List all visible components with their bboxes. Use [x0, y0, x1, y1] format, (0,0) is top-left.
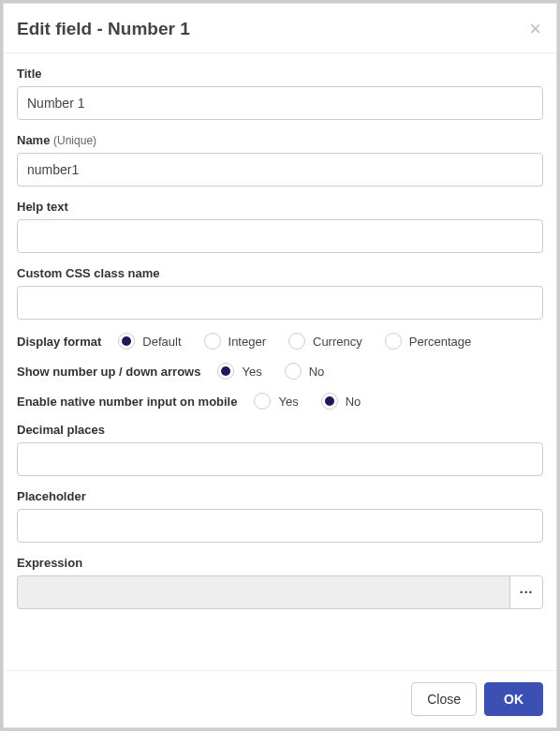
css-label: Custom CSS class name: [17, 266, 543, 280]
display-format-option-integer[interactable]: Integer: [204, 333, 266, 350]
radio-label: Currency: [313, 335, 362, 349]
ok-button[interactable]: OK: [484, 682, 543, 716]
decimal-label: Decimal places: [17, 423, 543, 437]
radio-icon: [217, 363, 234, 380]
close-icon[interactable]: ×: [527, 19, 543, 39]
radio-label: Integer: [228, 335, 266, 349]
field-css-class: Custom CSS class name: [17, 266, 543, 320]
field-native: Enable native number input on mobile Yes…: [17, 393, 543, 410]
radio-icon: [285, 363, 302, 380]
name-sublabel: (Unique): [53, 134, 96, 147]
arrows-label: Show number up / down arrows: [17, 365, 200, 379]
radio-label: Yes: [242, 365, 261, 379]
radio-label: No: [346, 395, 361, 409]
radio-icon: [385, 333, 402, 350]
name-input[interactable]: [17, 153, 543, 186]
display-format-option-default[interactable]: Default: [118, 333, 181, 350]
expression-input[interactable]: [17, 575, 509, 609]
placeholder-input[interactable]: [17, 509, 543, 543]
native-label: Enable native number input on mobile: [17, 395, 237, 409]
radio-icon: [204, 333, 221, 350]
radio-icon: [321, 393, 338, 410]
help-label: Help text: [17, 200, 543, 214]
edit-field-modal: Edit field - Number 1 × Title Name (Uniq…: [3, 3, 557, 728]
modal-header: Edit field - Number 1 ×: [4, 4, 556, 53]
placeholder-label: Placeholder: [17, 489, 543, 503]
expression-label: Expression: [17, 556, 543, 570]
field-title: Title: [17, 67, 543, 120]
radio-label: No: [309, 365, 325, 379]
modal-body: Title Name (Unique) Help text Custom CSS…: [4, 53, 556, 670]
field-display-format: Display format DefaultIntegerCurrencyPer…: [17, 333, 543, 350]
field-name: Name (Unique): [17, 133, 543, 186]
radio-label: Yes: [278, 395, 298, 409]
native-option-yes[interactable]: Yes: [254, 393, 298, 410]
close-button[interactable]: Close: [411, 682, 477, 716]
native-options: YesNo: [254, 393, 383, 410]
display-format-option-currency[interactable]: Currency: [288, 333, 362, 350]
radio-icon: [254, 393, 271, 410]
title-input[interactable]: [17, 86, 543, 120]
decimal-input[interactable]: [17, 442, 543, 476]
title-label: Title: [17, 67, 543, 81]
field-help-text: Help text: [17, 200, 543, 253]
radio-icon: [288, 333, 305, 350]
display-format-label: Display format: [17, 335, 101, 349]
display-format-options: DefaultIntegerCurrencyPercentage: [118, 333, 494, 350]
css-input[interactable]: [17, 286, 543, 320]
display-format-option-percentage[interactable]: Percentage: [385, 333, 472, 350]
field-placeholder: Placeholder: [17, 489, 543, 543]
modal-title: Edit field - Number 1: [17, 19, 190, 39]
field-decimal: Decimal places: [17, 423, 543, 476]
name-label-text: Name: [17, 133, 53, 147]
radio-label: Default: [142, 335, 181, 349]
radio-icon: [118, 333, 135, 350]
arrows-options: YesNo: [217, 363, 346, 380]
name-label: Name (Unique): [17, 133, 543, 147]
modal-footer: Close OK: [4, 670, 556, 727]
arrows-option-no[interactable]: No: [285, 363, 325, 380]
expression-edit-button[interactable]: ···: [509, 575, 543, 609]
radio-label: Percentage: [409, 335, 472, 349]
arrows-option-yes[interactable]: Yes: [217, 363, 261, 380]
native-option-no[interactable]: No: [321, 393, 361, 410]
help-input[interactable]: [17, 219, 543, 253]
field-arrows: Show number up / down arrows YesNo: [17, 363, 543, 380]
field-expression: Expression ···: [17, 556, 543, 609]
